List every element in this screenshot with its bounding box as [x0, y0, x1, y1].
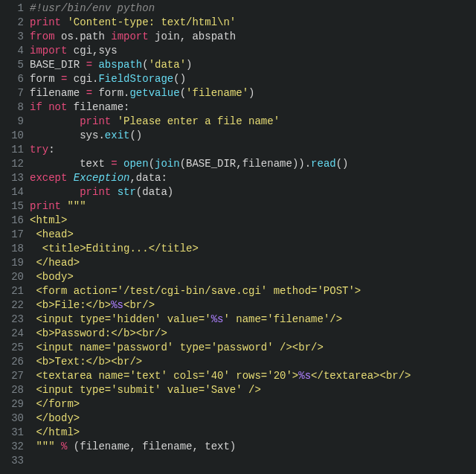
line-number: 3 — [0, 30, 24, 44]
code-line[interactable]: </body> — [30, 411, 476, 426]
code-line[interactable]: except Exception,data: — [30, 171, 476, 185]
code-token: read — [311, 158, 336, 170]
code-token: %s — [298, 370, 311, 382]
code-line[interactable]: <textarea name='text' cols='40' rows='20… — [30, 369, 476, 383]
line-number: 2 — [0, 16, 24, 30]
code-token: </body> — [30, 412, 80, 424]
code-line[interactable]: print """ — [30, 199, 476, 214]
code-token: </head> — [30, 257, 80, 269]
line-number: 8 — [0, 100, 24, 115]
code-token: = — [86, 59, 92, 71]
line-number: 21 — [0, 284, 24, 298]
code-line[interactable]: BASE_DIR = abspath('data') — [30, 58, 476, 72]
code-token: <title>Editing...</title> — [30, 243, 199, 254]
code-token: <b>Text:</b><br/> — [30, 356, 142, 368]
line-number: 23 — [0, 313, 24, 327]
code-token: () — [336, 158, 349, 170]
code-token: </form> — [30, 398, 80, 410]
code-token: 'data' — [149, 59, 186, 71]
code-token: cgi,sys — [67, 45, 117, 57]
code-token: import — [111, 31, 148, 42]
code-line[interactable]: <body> — [30, 270, 476, 284]
code-line[interactable]: sys.exit() — [30, 129, 476, 143]
code-line[interactable]: import cgi,sys — [30, 44, 476, 58]
code-token: %s — [111, 299, 123, 311]
code-line[interactable]: #!usr/bin/env python — [30, 1, 476, 16]
code-line[interactable] — [30, 454, 476, 468]
code-line[interactable]: </html> — [30, 426, 476, 440]
code-line[interactable]: if not filename: — [30, 100, 476, 115]
code-token: <br/> — [123, 299, 155, 311]
code-token: ( — [142, 59, 148, 71]
code-token: text — [30, 158, 111, 170]
code-token: () — [129, 129, 142, 141]
code-token: filename: — [67, 101, 129, 113]
code-token: if — [30, 101, 42, 113]
code-token: <b>File:</b> — [30, 299, 111, 311]
code-token: %s — [211, 313, 224, 325]
code-token: <form action='/test/cgi-bin/save.cgi' me… — [30, 285, 361, 297]
code-line[interactable]: filename = form.getvalue('filename') — [30, 86, 476, 100]
code-token: #!usr/bin/env python — [30, 2, 155, 14]
code-token: FieldStorage — [98, 73, 173, 85]
code-token: <input type='hidden' value=' — [30, 313, 211, 325]
line-number: 10 — [0, 129, 24, 143]
code-token: filename — [30, 87, 86, 99]
code-token: 'Content-type: text/html\n' — [67, 16, 236, 28]
code-line[interactable]: <input name='password' type='password' /… — [30, 341, 476, 355]
code-token: except — [30, 172, 67, 184]
line-number: 31 — [0, 426, 24, 440]
code-token: <html> — [30, 214, 67, 226]
code-line[interactable]: form = cgi.FieldStorage() — [30, 72, 476, 86]
line-number: 24 — [0, 327, 24, 341]
line-number: 1 — [0, 1, 24, 16]
code-token: ' name='filename'/> — [223, 313, 342, 325]
line-number: 6 — [0, 72, 24, 86]
code-line[interactable]: <html> — [30, 214, 476, 228]
code-editor: 1234567891011121314151617181920212223242… — [0, 0, 476, 474]
line-number: 28 — [0, 383, 24, 397]
code-line[interactable]: </form> — [30, 397, 476, 411]
line-number: 26 — [0, 355, 24, 369]
code-line[interactable]: print 'Please enter a file name' — [30, 115, 476, 129]
code-token: <body> — [30, 271, 74, 283]
code-token — [30, 115, 80, 127]
line-number: 7 — [0, 86, 24, 100]
code-token: not — [48, 101, 67, 113]
code-token: join, abspath — [149, 31, 237, 42]
code-line[interactable]: <input type='submit' value='Save' /> — [30, 383, 476, 397]
code-token — [111, 186, 117, 198]
code-line[interactable]: <title>Editing...</title> — [30, 242, 476, 256]
code-area[interactable]: #!usr/bin/env pythonprint 'Content-type:… — [30, 0, 476, 474]
code-token: Exception — [74, 172, 130, 184]
code-line[interactable]: print str(data) — [30, 185, 476, 199]
code-line[interactable]: <b>Password:</b><br/> — [30, 327, 476, 341]
code-token: cgi. — [67, 73, 98, 85]
code-line[interactable]: """ % (filename, filename, text) — [30, 440, 476, 454]
code-token: sys. — [30, 129, 105, 141]
code-line[interactable]: text = open(join(BASE_DIR,filename)).rea… — [30, 157, 476, 171]
code-token — [30, 186, 80, 198]
code-line[interactable]: </head> — [30, 256, 476, 270]
code-token: </textarea><br/> — [311, 370, 411, 382]
code-line[interactable]: <b>File:</b>%s<br/> — [30, 298, 476, 313]
code-token — [42, 101, 48, 113]
code-line[interactable]: <form action='/test/cgi-bin/save.cgi' me… — [30, 284, 476, 298]
code-token: (filename, filename, text) — [67, 441, 236, 452]
code-token: form. — [92, 87, 129, 99]
code-line[interactable]: <head> — [30, 228, 476, 242]
code-line[interactable]: <b>Text:</b><br/> — [30, 355, 476, 369]
line-number: 27 — [0, 369, 24, 383]
code-line[interactable]: <input type='hidden' value='%s' name='fi… — [30, 313, 476, 327]
code-line[interactable]: from os.path import join, abspath — [30, 30, 476, 44]
code-token — [118, 158, 123, 170]
code-line[interactable]: try: — [30, 143, 476, 157]
code-token: from — [30, 31, 55, 42]
line-number: 13 — [0, 171, 24, 185]
code-token: """ — [30, 441, 55, 452]
line-number: 12 — [0, 157, 24, 171]
code-token — [111, 115, 117, 127]
code-token: ( — [180, 87, 186, 99]
code-line[interactable]: print 'Content-type: text/html\n' — [30, 16, 476, 30]
line-number: 16 — [0, 214, 24, 228]
